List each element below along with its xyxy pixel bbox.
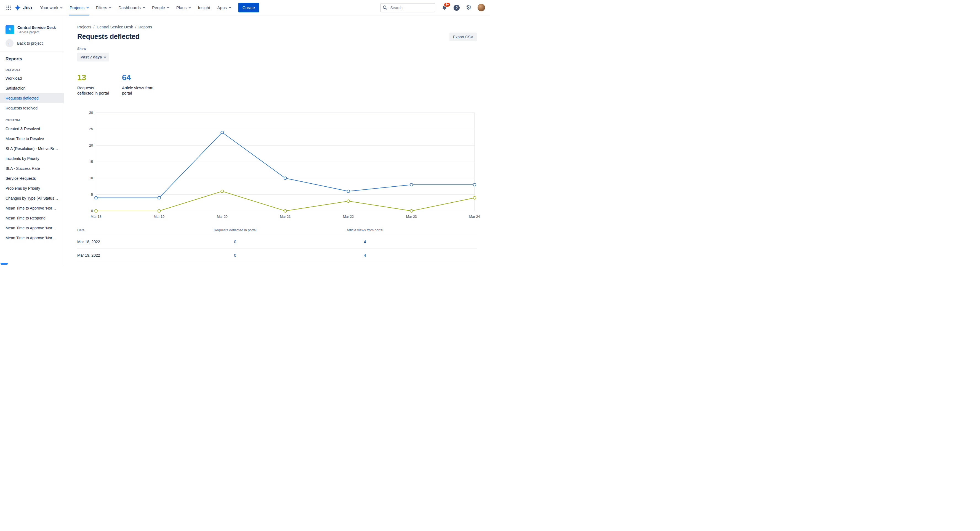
title-row: Requests deflected Export CSV	[77, 33, 477, 41]
export-csv-button[interactable]: Export CSV	[449, 33, 477, 41]
gear-icon: ⚙	[466, 5, 471, 11]
sidebar-group-label-custom: CUSTOM	[0, 113, 64, 124]
help-button[interactable]: ?	[453, 5, 460, 11]
sidebar-item-requests-resolved[interactable]: Requests resolved	[0, 103, 64, 113]
breadcrumb-reports[interactable]: Reports	[138, 25, 152, 29]
nav-item-plans[interactable]: Plans	[173, 0, 194, 16]
show-label: Show	[77, 47, 477, 51]
breadcrumb-separator: /	[135, 25, 136, 29]
jira-mark-icon	[14, 5, 21, 11]
project-avatar	[6, 25, 14, 34]
sidebar-item-mean-time-to-approve-norm[interactable]: Mean Time to Approve 'Norm...	[0, 233, 64, 243]
sidebar-item-sla-success-rate[interactable]: SLA - Success Rate	[0, 163, 64, 173]
table-value-link[interactable]: 0	[234, 239, 236, 244]
chevron-down-icon	[86, 6, 89, 8]
jira-logo[interactable]: Jira	[13, 5, 35, 11]
sidebar-item-service-requests[interactable]: Service Requests	[0, 173, 64, 183]
back-arrow-icon: ←	[6, 39, 14, 47]
svg-text:20: 20	[89, 144, 93, 147]
nav-item-your-work[interactable]: Your work	[37, 0, 66, 16]
sidebar-item-mean-time-to-approve-norm[interactable]: Mean Time to Approve 'Norm...	[0, 203, 64, 213]
nav-item-projects[interactable]: Projects	[66, 0, 92, 16]
svg-text:0: 0	[91, 209, 93, 213]
value-cell: 0	[173, 253, 297, 257]
value-cell: 4	[297, 253, 433, 257]
create-button[interactable]: Create	[239, 3, 259, 13]
svg-text:25: 25	[89, 127, 93, 131]
svg-text:Mar 22: Mar 22	[343, 215, 354, 219]
help-icon: ?	[453, 5, 460, 11]
sidebar-item-created-resolved[interactable]: Created & Resolved	[0, 124, 64, 134]
project-sidebar: Central Service Desk Service project ← B…	[0, 16, 64, 265]
svg-text:Mar 19: Mar 19	[154, 215, 164, 219]
nav-item-filters[interactable]: Filters	[92, 0, 115, 16]
table-value-link[interactable]: 4	[364, 239, 366, 244]
notifications-button[interactable]: 9+	[441, 5, 447, 11]
line-chart-svg: 051015202530Mar 18Mar 19Mar 20Mar 21Mar …	[77, 110, 477, 220]
table-value-link[interactable]: 4	[364, 253, 366, 257]
table-header: DateRequests deflected in portalArticle …	[77, 228, 477, 235]
sidebar-item-mean-time-to-resolve[interactable]: Mean Time to Resolve	[0, 134, 64, 144]
chevron-down-icon	[60, 6, 63, 8]
brand-name: Jira	[23, 5, 32, 11]
svg-text:10: 10	[89, 176, 93, 180]
sidebar-item-incidents-by-priority[interactable]: Incidents by Priority	[0, 154, 64, 163]
sidebar-scrollbar-thumb[interactable]	[0, 263, 8, 265]
breadcrumb-projects[interactable]: Projects	[77, 25, 91, 29]
table-row: Mar 19, 202204	[77, 249, 477, 262]
user-avatar[interactable]	[477, 4, 485, 11]
breadcrumb-project[interactable]: Central Service Desk	[97, 25, 133, 29]
sidebar-item-changes-by-type-all-statuses[interactable]: Changes by Type (All Statuses)	[0, 193, 64, 203]
sidebar-item-satisfaction[interactable]: Satisfaction	[0, 83, 64, 93]
results-table: DateRequests deflected in portalArticle …	[77, 228, 477, 262]
page-title: Requests deflected	[77, 33, 140, 41]
sidebar-item-problems-by-priority[interactable]: Problems by Priority	[0, 183, 64, 193]
chevron-down-icon	[167, 6, 169, 8]
nav-item-label: Filters	[96, 5, 107, 10]
column-header-article-views-from-portal: Article views from portal	[297, 228, 433, 232]
svg-text:15: 15	[89, 160, 93, 164]
project-title-block: Central Service Desk Service project	[18, 25, 56, 34]
primary-nav: Your workProjectsFiltersDashboardsPeople…	[37, 0, 234, 16]
date-range-dropdown[interactable]: Past 7 days	[77, 53, 109, 62]
chevron-down-icon	[143, 6, 145, 8]
stat-value: 64	[122, 73, 167, 82]
project-type: Service project	[18, 30, 56, 34]
sidebar-item-workload[interactable]: Workload	[0, 73, 64, 83]
stat-block-article-views-from-portal: 64Article views from portal	[122, 73, 167, 96]
back-to-project[interactable]: ← Back to project	[0, 34, 64, 52]
nav-item-insight[interactable]: Insight	[194, 0, 213, 16]
stat-block-requests-deflected-in-portal: 13Requests deflected in portal	[77, 73, 122, 96]
settings-button[interactable]: ⚙	[466, 5, 471, 11]
app-switcher-icon[interactable]	[4, 3, 13, 13]
chevron-down-icon	[228, 6, 231, 8]
sidebar-item-mean-time-to-respond[interactable]: Mean Time to Respond	[0, 213, 64, 223]
date-range-value: Past 7 days	[81, 55, 102, 59]
rocket-icon	[7, 27, 13, 33]
notification-badge: 9+	[444, 2, 450, 7]
sidebar-item-sla-resolution-met-vs-bre[interactable]: SLA (Resolution) - Met vs Bre...	[0, 144, 64, 154]
date-cell: Mar 18, 2022	[77, 239, 173, 244]
nav-item-label: Plans	[176, 5, 187, 10]
nav-item-apps[interactable]: Apps	[214, 0, 234, 16]
chevron-down-icon	[188, 6, 191, 8]
nav-item-label: Apps	[217, 5, 227, 10]
grid-icon	[6, 5, 11, 11]
chevron-down-icon	[109, 6, 112, 8]
breadcrumb-separator: /	[94, 25, 95, 29]
top-navigation: Jira Your workProjectsFiltersDashboardsP…	[0, 0, 490, 16]
sidebar-item-requests-deflected[interactable]: Requests deflected	[0, 93, 64, 103]
nav-item-label: Insight	[198, 5, 210, 10]
column-header-requests-deflected-in-portal: Requests deflected in portal	[173, 228, 297, 232]
sidebar-section-title: Reports	[0, 52, 64, 63]
nav-item-dashboards[interactable]: Dashboards	[115, 0, 148, 16]
stat-label: Article views from portal	[122, 86, 156, 96]
project-header: Central Service Desk Service project	[0, 25, 64, 34]
sidebar-item-mean-time-to-approve-norm[interactable]: Mean Time to Approve 'Norm...	[0, 223, 64, 233]
svg-text:Mar 18: Mar 18	[91, 215, 102, 219]
nav-item-people[interactable]: People	[148, 0, 173, 16]
value-cell: 4	[297, 239, 433, 244]
table-value-link[interactable]: 0	[234, 253, 236, 257]
search-input[interactable]	[380, 3, 435, 13]
column-header-date: Date	[77, 228, 173, 232]
